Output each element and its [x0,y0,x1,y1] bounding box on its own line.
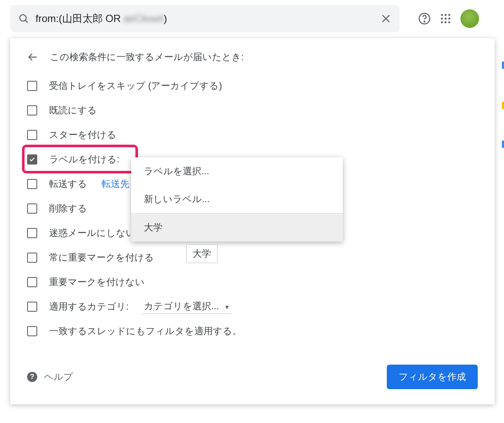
svg-point-0 [20,15,26,21]
help-text: ヘルプ [44,371,73,383]
panel-footer: ? ヘルプ フィルタを作成 [27,365,478,389]
dropdown-new-label[interactable]: 新しいラベル... [131,185,343,213]
label-apply-label: ラベルを付ける: [49,153,119,166]
checkbox-never-spam[interactable] [27,228,37,238]
option-also-apply[interactable]: 一致するスレッドにもフィルタを適用する。 [27,319,478,343]
panel-title: この検索条件に一致するメールが届いたとき: [50,51,244,63]
search-query-tail: ) [164,13,167,24]
checkbox-categorize[interactable] [27,302,37,312]
checkbox-skip-inbox[interactable] [27,81,37,91]
tooltip-text: 大学 [193,248,211,259]
avatar[interactable] [460,9,479,28]
label-delete: 削除する [49,202,87,215]
sidepanel-stripe-yellow [502,102,504,109]
category-select-text: カテゴリを選択... [144,301,219,311]
dropdown-choose-label[interactable]: ラベルを選択... [131,157,343,185]
panel-header: この検索条件に一致するメールが届いたとき: [27,51,478,63]
tooltip: 大学 [186,244,218,263]
search-query-visible: from:(山田太郎 OR [36,13,124,24]
checkbox-also-apply[interactable] [27,326,37,336]
search-input[interactable]: from:(山田太郎 OR airCloset) [30,12,380,25]
forward-address-link[interactable]: 転送先 [102,178,129,190]
top-bar: from:(山田太郎 OR airCloset) [0,0,504,37]
close-icon[interactable] [380,13,392,25]
help-link[interactable]: ? ヘルプ [27,371,73,383]
dropdown-existing-label[interactable]: 大学 [131,214,343,242]
label-never-important: 重要マークを付けない [49,276,145,288]
chevron-down-icon: ▼ [224,304,230,310]
svg-point-11 [448,18,450,20]
label-dropdown: ラベルを選択... 新しいラベル... 大学 [131,157,343,242]
svg-point-9 [441,18,443,20]
label-always-important: 常に重要マークを付ける [49,251,154,264]
svg-point-14 [448,21,450,23]
checkbox-forward[interactable] [27,179,37,189]
svg-point-6 [441,14,443,16]
help-circle-icon: ? [27,372,37,382]
search-query-blurred: airCloset [124,13,164,24]
option-never-important[interactable]: 重要マークを付けない [27,270,478,294]
create-filter-button[interactable]: フィルタを作成 [387,365,478,389]
svg-point-13 [445,21,447,23]
sidepanel-stripe-blue-2 [502,140,504,148]
option-star[interactable]: スターを付ける [27,123,478,147]
label-skip-inbox: 受信トレイをスキップ (アーカイブする) [49,80,222,92]
label-mark-read: 既読にする [49,104,97,117]
checkbox-delete[interactable] [27,203,37,214]
checkbox-never-important[interactable] [27,277,37,287]
help-icon[interactable] [418,12,431,25]
category-select[interactable]: カテゴリを選択... ▼ [142,300,231,314]
label-also-apply: 一致するスレッドにもフィルタを適用する。 [49,325,242,338]
option-mark-read[interactable]: 既読にする [27,98,478,123]
search-icon [18,13,30,25]
checkbox-mark-read[interactable] [27,105,37,115]
sidepanel-stripe-blue [502,61,504,69]
apps-grid-icon[interactable] [440,13,451,24]
svg-point-10 [445,18,447,20]
label-categorize: 適用するカテゴリ: [49,300,129,313]
search-box[interactable]: from:(山田太郎 OR airCloset) [10,5,399,32]
option-categorize[interactable]: 適用するカテゴリ: カテゴリを選択... ▼ [27,294,478,319]
svg-point-5 [424,21,425,22]
svg-line-1 [25,20,28,23]
option-always-important[interactable]: 常に重要マークを付ける [27,245,478,270]
svg-point-7 [445,14,447,16]
svg-point-12 [441,21,443,23]
svg-point-8 [448,14,450,16]
header-icons [418,9,479,28]
checkbox-apply-label[interactable] [27,154,37,165]
checkbox-always-important[interactable] [27,253,37,263]
back-arrow-icon[interactable] [27,52,38,63]
option-skip-inbox[interactable]: 受信トレイをスキップ (アーカイブする) [27,74,478,98]
label-star: スターを付ける [49,129,116,141]
label-forward: 転送する [49,178,87,190]
checkbox-star[interactable] [27,130,37,140]
label-never-spam: 迷惑メールにしない [49,227,135,239]
